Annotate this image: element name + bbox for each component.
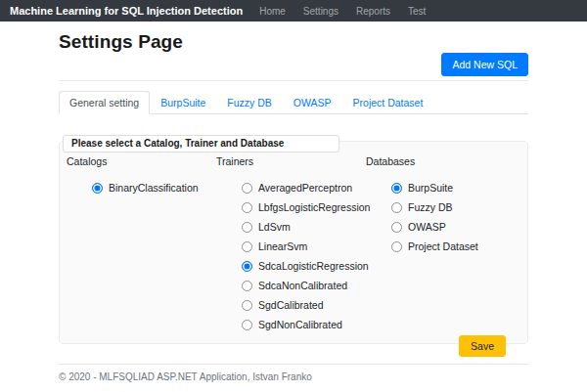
database-option[interactable]: BurpSuite — [366, 178, 520, 197]
radio-icon[interactable] — [391, 241, 402, 252]
radio-icon[interactable] — [242, 300, 252, 311]
catalog-option[interactable]: BinaryClassification — [67, 178, 216, 197]
group-databases: Databases BurpSuite Fuzzy DB OWASP — [366, 155, 520, 334]
database-option[interactable]: Project Dataset — [366, 237, 520, 256]
trainer-option-label[interactable]: SdcaLogisticRegression — [258, 260, 369, 272]
footer: © 2020 - MLFSQLIAD ASP.NET Application, … — [59, 364, 528, 382]
trainer-option[interactable]: LbfgsLogisticRegression — [216, 197, 366, 217]
navbar-link[interactable]: Settings — [294, 6, 347, 17]
trainer-option[interactable]: SgdNonCalibrated — [216, 315, 366, 334]
tab[interactable]: General setting — [59, 91, 150, 114]
option-groups: Catalogs BinaryClassification Trainers A… — [67, 155, 520, 334]
navbar-brand[interactable]: Machine Learning for SQL Injection Detec… — [10, 5, 243, 17]
page-title: Settings Page — [59, 31, 528, 53]
trainers-options: AveragedPerceptron LbfgsLogisticRegressi… — [216, 178, 366, 334]
radio-icon[interactable] — [242, 320, 252, 330]
trainer-option-label[interactable]: SdcaNonCalibrated — [258, 280, 347, 291]
radio-icon[interactable] — [391, 202, 402, 213]
radio-icon[interactable] — [242, 261, 252, 272]
radio-icon[interactable] — [391, 183, 402, 194]
radio-icon[interactable] — [242, 222, 252, 233]
add-new-sql-button[interactable]: Add New SQL — [441, 53, 528, 76]
trainers-header: Trainers — [216, 155, 366, 167]
database-option-label[interactable]: BurpSuite — [408, 182, 453, 194]
database-option[interactable]: OWASP — [366, 217, 520, 237]
trainer-option[interactable]: SgdCalibrated — [216, 295, 366, 315]
navbar-link[interactable]: Home — [250, 6, 294, 17]
selection-panel: Please select a Catalog, Trainer and Dat… — [59, 141, 528, 344]
radio-icon[interactable] — [391, 222, 402, 233]
database-option[interactable]: Fuzzy DB — [366, 197, 520, 217]
trainer-option-label[interactable]: LinearSvm — [258, 240, 307, 252]
group-trainers: Trainers AveragedPerceptron LbfgsLogisti… — [216, 155, 366, 334]
radio-icon[interactable] — [242, 241, 252, 252]
trainer-option-label[interactable]: LdSvm — [258, 221, 291, 233]
footer-text: © 2020 - MLFSQLIAD ASP.NET Application, … — [59, 371, 528, 382]
tab[interactable]: Project Dataset — [342, 91, 434, 114]
navbar-link[interactable]: Reports — [347, 6, 399, 17]
tab[interactable]: OWASP — [283, 91, 342, 114]
save-button-row: Save — [67, 335, 520, 357]
trainer-option[interactable]: SdcaLogisticRegression — [216, 256, 366, 276]
trainer-option[interactable]: AveragedPerceptron — [216, 178, 366, 197]
tab[interactable]: Fuzzy DB — [216, 91, 283, 114]
databases-options: BurpSuite Fuzzy DB OWASP Project Dataset — [366, 178, 520, 256]
tab[interactable]: BurpSuite — [150, 91, 216, 114]
catalog-option-label[interactable]: BinaryClassification — [109, 182, 199, 194]
database-option-label[interactable]: Project Dataset — [408, 240, 478, 252]
radio-icon[interactable] — [242, 183, 252, 194]
trainer-option-label[interactable]: LbfgsLogisticRegression — [258, 201, 370, 213]
trainer-option-label[interactable]: SgdNonCalibrated — [258, 319, 342, 330]
top-navbar: Machine Learning for SQL Injection Detec… — [0, 0, 587, 22]
panel-legend: Please select a Catalog, Trainer and Dat… — [63, 135, 339, 152]
trainer-option[interactable]: LdSvm — [216, 217, 366, 237]
navbar-links: HomeSettingsReportsTest — [250, 6, 434, 17]
navbar-link[interactable]: Test — [399, 6, 434, 17]
save-button[interactable]: Save — [459, 335, 506, 357]
group-catalogs: Catalogs BinaryClassification — [67, 155, 216, 334]
catalogs-header: Catalogs — [67, 155, 216, 167]
database-option-label[interactable]: Fuzzy DB — [408, 201, 453, 213]
radio-icon[interactable] — [242, 281, 252, 291]
radio-icon[interactable] — [92, 183, 103, 194]
trainer-option[interactable]: SdcaNonCalibrated — [216, 276, 366, 295]
main-container: Settings Page Add New SQL General settin… — [53, 31, 534, 382]
trainer-option-label[interactable]: SgdCalibrated — [258, 299, 324, 311]
trainer-option-label[interactable]: AveragedPerceptron — [258, 182, 352, 194]
radio-icon[interactable] — [242, 202, 252, 213]
databases-header: Databases — [366, 155, 520, 167]
settings-tabs: General settingBurpSuiteFuzzy DBOWASPPro… — [59, 90, 528, 114]
add-button-row: Add New SQL — [59, 53, 528, 76]
header-divider — [59, 80, 528, 81]
trainer-option[interactable]: LinearSvm — [216, 237, 366, 256]
catalogs-options: BinaryClassification — [67, 178, 216, 197]
database-option-label[interactable]: OWASP — [408, 221, 446, 233]
